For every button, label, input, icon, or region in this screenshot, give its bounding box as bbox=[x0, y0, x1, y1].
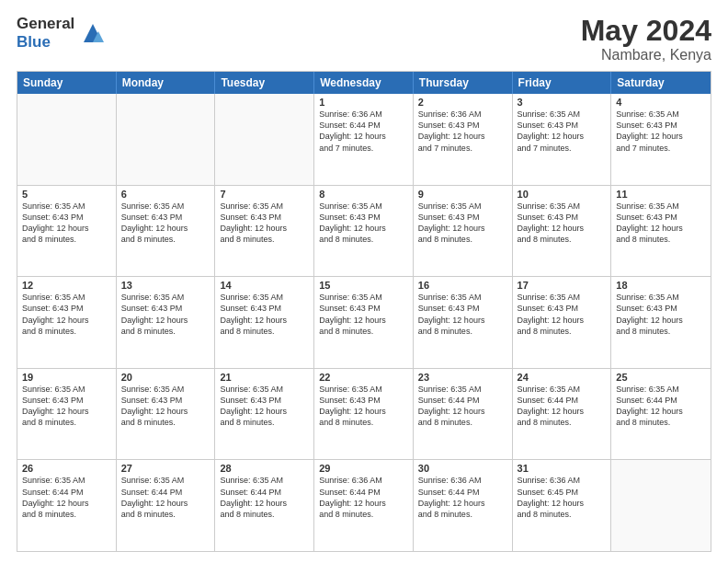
cell-line: Daylight: 12 hours bbox=[121, 406, 210, 417]
cell-line: and 8 minutes. bbox=[418, 234, 507, 245]
cell-line: and 8 minutes. bbox=[121, 234, 210, 245]
cell-line: Sunset: 6:43 PM bbox=[418, 303, 507, 314]
cell-line: and 8 minutes. bbox=[22, 509, 111, 520]
header-day: Tuesday bbox=[215, 72, 314, 94]
day-number: 10 bbox=[518, 189, 607, 200]
header-day: Saturday bbox=[611, 72, 711, 94]
logo-general: General bbox=[17, 15, 74, 33]
cell-line: Daylight: 12 hours bbox=[121, 315, 210, 326]
logo-icon bbox=[80, 20, 106, 46]
cell-line: Daylight: 12 hours bbox=[518, 223, 607, 234]
cell-line: Sunrise: 6:35 AM bbox=[319, 292, 408, 303]
day-number: 13 bbox=[121, 280, 210, 291]
day-cell: 10Sunrise: 6:35 AMSunset: 6:43 PMDayligh… bbox=[513, 186, 612, 277]
day-cell: 18Sunrise: 6:35 AMSunset: 6:43 PMDayligh… bbox=[611, 277, 711, 368]
cell-line: Daylight: 12 hours bbox=[220, 223, 309, 234]
day-number: 23 bbox=[418, 372, 507, 383]
day-cell: 19Sunrise: 6:35 AMSunset: 6:43 PMDayligh… bbox=[17, 369, 117, 460]
cell-line: and 8 minutes. bbox=[418, 326, 507, 337]
cell-line: and 7 minutes. bbox=[616, 143, 706, 154]
cell-line: Sunset: 6:43 PM bbox=[220, 212, 309, 223]
day-number: 17 bbox=[518, 280, 607, 291]
day-number: 19 bbox=[22, 372, 111, 383]
day-number: 26 bbox=[22, 463, 111, 474]
cell-line: Sunrise: 6:35 AM bbox=[418, 292, 507, 303]
cell-line: Daylight: 12 hours bbox=[418, 315, 507, 326]
day-cell: 20Sunrise: 6:35 AMSunset: 6:43 PMDayligh… bbox=[117, 369, 216, 460]
cell-line: Sunrise: 6:36 AM bbox=[319, 475, 408, 486]
day-cell: 3Sunrise: 6:35 AMSunset: 6:43 PMDaylight… bbox=[513, 94, 612, 185]
day-number: 14 bbox=[220, 280, 309, 291]
cell-line: Sunrise: 6:35 AM bbox=[220, 201, 309, 212]
cell-line: and 7 minutes. bbox=[518, 143, 607, 154]
day-cell: 14Sunrise: 6:35 AMSunset: 6:43 PMDayligh… bbox=[215, 277, 314, 368]
cell-line: Sunset: 6:43 PM bbox=[22, 212, 111, 223]
logo: General Blue bbox=[17, 15, 106, 51]
cell-line: Sunrise: 6:36 AM bbox=[518, 475, 607, 486]
cell-line: Sunset: 6:44 PM bbox=[220, 487, 309, 498]
day-cell: 8Sunrise: 6:35 AMSunset: 6:43 PMDaylight… bbox=[314, 186, 414, 277]
day-number: 21 bbox=[220, 372, 309, 383]
cell-line: and 8 minutes. bbox=[518, 326, 607, 337]
cell-line: and 8 minutes. bbox=[22, 234, 111, 245]
cell-line: and 8 minutes. bbox=[616, 326, 706, 337]
day-number: 30 bbox=[418, 463, 507, 474]
cell-line: Sunrise: 6:35 AM bbox=[319, 201, 408, 212]
cell-line: Daylight: 12 hours bbox=[616, 406, 706, 417]
cell-line: Sunrise: 6:35 AM bbox=[220, 292, 309, 303]
cell-line: Sunset: 6:43 PM bbox=[518, 212, 607, 223]
cell-line: Sunrise: 6:36 AM bbox=[418, 109, 507, 120]
day-number: 3 bbox=[518, 97, 607, 108]
cell-line: Sunrise: 6:35 AM bbox=[418, 201, 507, 212]
cell-line: and 8 minutes. bbox=[518, 417, 607, 428]
cell-line: Daylight: 12 hours bbox=[418, 498, 507, 509]
cell-line: Sunrise: 6:35 AM bbox=[121, 201, 210, 212]
cell-line: Sunset: 6:44 PM bbox=[418, 395, 507, 406]
cell-line: Sunset: 6:43 PM bbox=[319, 395, 408, 406]
day-cell: 28Sunrise: 6:35 AMSunset: 6:44 PMDayligh… bbox=[215, 460, 314, 551]
cell-line: and 8 minutes. bbox=[518, 509, 607, 520]
cell-line: Sunset: 6:43 PM bbox=[616, 303, 706, 314]
cell-line: Sunrise: 6:35 AM bbox=[319, 384, 408, 395]
cell-line: Sunset: 6:44 PM bbox=[616, 395, 706, 406]
cell-line: Daylight: 12 hours bbox=[518, 498, 607, 509]
day-cell: 7Sunrise: 6:35 AMSunset: 6:43 PMDaylight… bbox=[215, 186, 314, 277]
day-cell: 25Sunrise: 6:35 AMSunset: 6:44 PMDayligh… bbox=[611, 369, 711, 460]
day-cell: 24Sunrise: 6:35 AMSunset: 6:44 PMDayligh… bbox=[513, 369, 612, 460]
day-cell: 30Sunrise: 6:36 AMSunset: 6:44 PMDayligh… bbox=[414, 460, 513, 551]
cell-line: Sunrise: 6:35 AM bbox=[220, 475, 309, 486]
cell-line: Sunset: 6:43 PM bbox=[121, 212, 210, 223]
location: Nambare, Kenya bbox=[581, 47, 711, 63]
cell-line: Sunset: 6:43 PM bbox=[616, 120, 706, 131]
day-number: 11 bbox=[616, 189, 706, 200]
cell-line: Sunrise: 6:36 AM bbox=[418, 475, 507, 486]
cell-line: and 8 minutes. bbox=[22, 326, 111, 337]
cell-line: and 7 minutes. bbox=[319, 143, 408, 154]
cell-line: and 8 minutes. bbox=[22, 417, 111, 428]
cell-line: Daylight: 12 hours bbox=[22, 223, 111, 234]
day-number: 9 bbox=[418, 189, 507, 200]
day-number: 31 bbox=[518, 463, 607, 474]
cell-line: Sunset: 6:43 PM bbox=[121, 303, 210, 314]
day-number: 6 bbox=[121, 189, 210, 200]
cell-line: Sunrise: 6:35 AM bbox=[22, 475, 111, 486]
day-cell: 12Sunrise: 6:35 AMSunset: 6:43 PMDayligh… bbox=[17, 277, 117, 368]
cell-line: Daylight: 12 hours bbox=[319, 406, 408, 417]
cell-line: Daylight: 12 hours bbox=[616, 131, 706, 142]
calendar-header: SundayMondayTuesdayWednesdayThursdayFrid… bbox=[17, 72, 711, 94]
month-title: May 2024 bbox=[581, 15, 711, 47]
cell-line: Sunset: 6:44 PM bbox=[319, 487, 408, 498]
cell-line: Sunset: 6:43 PM bbox=[319, 212, 408, 223]
cell-line: Sunset: 6:43 PM bbox=[518, 120, 607, 131]
day-cell: 6Sunrise: 6:35 AMSunset: 6:43 PMDaylight… bbox=[117, 186, 216, 277]
day-number: 4 bbox=[616, 97, 706, 108]
cell-line: Sunset: 6:44 PM bbox=[418, 487, 507, 498]
cell-line: Daylight: 12 hours bbox=[319, 315, 408, 326]
cell-line: Sunset: 6:43 PM bbox=[418, 120, 507, 131]
cell-line: Sunrise: 6:35 AM bbox=[616, 292, 706, 303]
cell-line: Sunrise: 6:35 AM bbox=[418, 384, 507, 395]
cell-line: Daylight: 12 hours bbox=[121, 223, 210, 234]
cell-line: Sunrise: 6:35 AM bbox=[22, 201, 111, 212]
cell-line: Sunrise: 6:35 AM bbox=[220, 384, 309, 395]
cell-line: and 8 minutes. bbox=[418, 509, 507, 520]
